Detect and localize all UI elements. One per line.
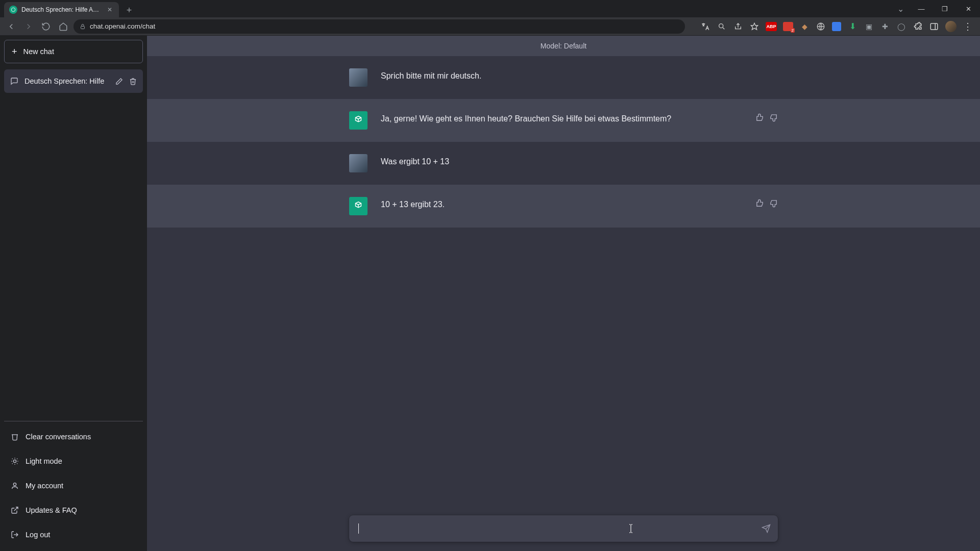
- browser-titlebar: Deutsch Sprechen: Hilfe Angebo ✕ + ⌄ — ❐…: [0, 0, 980, 17]
- tab-overflow-icon[interactable]: ⌄: [891, 0, 910, 17]
- password-extension-icon[interactable]: 2: [783, 22, 793, 31]
- message-text: 10 + 13 ergibt 23.: [381, 197, 734, 211]
- clear-conversations-button[interactable]: Clear conversations: [4, 424, 143, 449]
- message-text: Was ergibt 10 + 13: [381, 154, 734, 168]
- clear-conversations-label: Clear conversations: [26, 433, 91, 441]
- logout-label: Log out: [26, 531, 50, 539]
- zoom-icon[interactable]: [717, 21, 727, 32]
- window-minimize-button[interactable]: —: [910, 0, 933, 17]
- message-text: Sprich bitte mit mir deutsch.: [381, 68, 734, 83]
- bookmark-star-icon[interactable]: [749, 21, 760, 32]
- svg-line-14: [17, 463, 17, 464]
- message-thread: Sprich bitte mit mir deutsch. Ja, gerne!…: [147, 56, 980, 551]
- assistant-avatar-icon: [349, 111, 368, 130]
- sun-icon: [10, 457, 19, 465]
- sidepanel-icon[interactable]: [929, 21, 939, 32]
- svg-line-15: [17, 459, 17, 459]
- thumbs-up-icon[interactable]: [755, 113, 764, 122]
- svg-marker-4: [751, 23, 757, 30]
- extensions-puzzle-icon[interactable]: [913, 21, 923, 32]
- new-tab-button[interactable]: +: [122, 3, 136, 17]
- user-avatar-icon: [349, 154, 368, 172]
- svg-line-16: [12, 463, 13, 464]
- svg-rect-1: [81, 26, 85, 29]
- window-controls: ⌄ — ❐ ✕: [891, 0, 980, 17]
- message-actions: [747, 197, 778, 208]
- updates-faq-label: Updates & FAQ: [26, 506, 77, 514]
- message-input-field[interactable]: [359, 524, 753, 533]
- thumbs-down-icon[interactable]: [769, 113, 778, 122]
- svg-line-13: [12, 459, 13, 459]
- logout-button[interactable]: Log out: [4, 522, 143, 547]
- updates-faq-button[interactable]: Updates & FAQ: [4, 498, 143, 522]
- message-assistant: 10 + 13 ergibt 23.: [147, 185, 980, 228]
- translate-icon[interactable]: [700, 21, 710, 32]
- message-input[interactable]: [349, 515, 778, 542]
- extension-icon-blue[interactable]: [832, 22, 841, 31]
- svg-rect-6: [930, 23, 938, 30]
- user-icon: [10, 482, 19, 490]
- assistant-avatar-icon: [349, 197, 368, 215]
- window-maximize-button[interactable]: ❐: [933, 0, 957, 17]
- browser-tab[interactable]: Deutsch Sprechen: Hilfe Angebo ✕: [4, 2, 119, 17]
- nav-back-button[interactable]: [4, 19, 18, 34]
- new-chat-button[interactable]: + New chat: [4, 40, 143, 63]
- external-link-icon: [10, 506, 19, 514]
- composer-area: [147, 515, 980, 542]
- send-button[interactable]: [762, 524, 771, 533]
- svg-point-2: [719, 23, 723, 28]
- conversation-list: Deutsch Sprechen: Hilfe: [4, 69, 143, 421]
- thumbs-down-icon[interactable]: [769, 199, 778, 208]
- edit-icon[interactable]: [115, 78, 123, 85]
- message-user: Sprich bitte mit mir deutsch.: [147, 56, 980, 99]
- nav-home-button[interactable]: [56, 19, 70, 34]
- browser-menu-icon[interactable]: ⋮: [963, 21, 973, 32]
- url-input[interactable]: chat.openai.com/chat: [74, 19, 685, 34]
- nav-reload-button[interactable]: [39, 19, 53, 34]
- message-actions: [747, 111, 778, 122]
- light-mode-button[interactable]: Light mode: [4, 449, 143, 473]
- extension-download-icon[interactable]: ⬇: [847, 21, 857, 32]
- extension-icon-2[interactable]: ▣: [864, 21, 874, 32]
- svg-point-17: [13, 483, 16, 486]
- url-text: chat.openai.com/chat: [90, 22, 155, 30]
- extensions-area: ABP 2 ◆ ⬇ ▣ ✚ ◯ ⋮: [700, 21, 976, 32]
- chat-bubble-icon: [10, 77, 18, 85]
- sidebar: + New chat Deutsch Sprechen: Hilfe: [0, 36, 147, 551]
- main-panel: Model: Default Sprich bitte mit mir deut…: [147, 36, 980, 551]
- conversation-title: Deutsch Sprechen: Hilfe: [24, 77, 109, 85]
- app-root: + New chat Deutsch Sprechen: Hilfe: [0, 36, 980, 551]
- svg-point-8: [13, 460, 16, 462]
- sidebar-footer: Clear conversations Light mode My accoun…: [4, 421, 143, 547]
- extension-icon-4[interactable]: ◯: [896, 21, 906, 32]
- tab-favicon-icon: [9, 6, 17, 14]
- extension-globe-icon[interactable]: [816, 21, 826, 32]
- profile-avatar-icon[interactable]: [945, 21, 957, 32]
- new-chat-label: New chat: [23, 47, 54, 56]
- my-account-label: My account: [26, 482, 63, 490]
- nav-forward-button[interactable]: [21, 19, 36, 34]
- share-icon[interactable]: [733, 21, 743, 32]
- svg-point-0: [11, 8, 15, 12]
- extension-icon-3[interactable]: ✚: [880, 21, 890, 32]
- trash-icon[interactable]: [129, 78, 137, 85]
- model-indicator: Model: Default: [147, 36, 980, 56]
- plus-icon: +: [12, 46, 17, 57]
- message-user: Was ergibt 10 + 13: [147, 142, 980, 185]
- thumbs-up-icon[interactable]: [755, 199, 764, 208]
- svg-line-18: [14, 507, 18, 511]
- model-label: Model: Default: [541, 42, 586, 50]
- trash-icon: [10, 433, 19, 441]
- browser-address-bar: chat.openai.com/chat ABP 2 ◆ ⬇ ▣ ✚ ◯: [0, 17, 980, 36]
- text-cursor-icon: [627, 523, 635, 534]
- conversation-item[interactable]: Deutsch Sprechen: Hilfe: [4, 69, 143, 93]
- lock-icon: [80, 23, 86, 30]
- adblock-extension-icon[interactable]: ABP: [766, 22, 777, 31]
- user-avatar-icon: [349, 68, 368, 87]
- window-close-button[interactable]: ✕: [957, 0, 980, 17]
- my-account-button[interactable]: My account: [4, 473, 143, 498]
- light-mode-label: Light mode: [26, 457, 62, 465]
- tab-close-icon[interactable]: ✕: [106, 6, 114, 13]
- extension-icon-1[interactable]: ◆: [799, 21, 810, 32]
- logout-icon: [10, 531, 19, 539]
